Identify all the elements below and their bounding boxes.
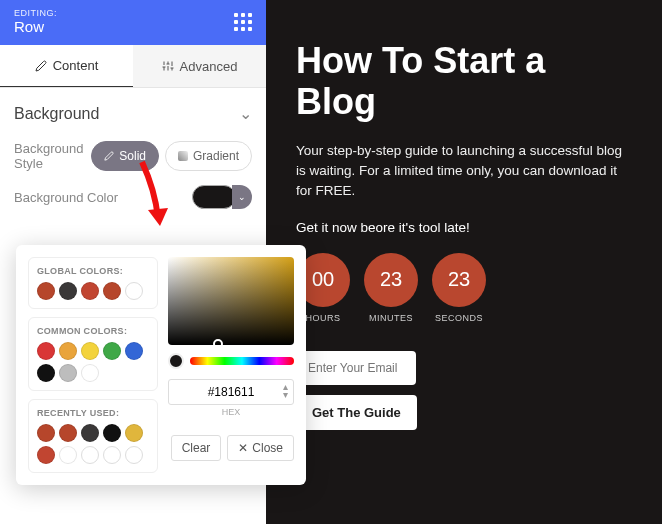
close-icon: ✕: [238, 441, 248, 455]
section-header[interactable]: Background ⌄: [14, 104, 252, 123]
tab-advanced[interactable]: Advanced: [133, 45, 266, 87]
page-preview: How To Start a Blog Your step-by-step gu…: [266, 0, 662, 524]
stepper-icon[interactable]: ▴▾: [283, 383, 288, 399]
color-swatch[interactable]: [125, 342, 143, 360]
section-title: Background: [14, 105, 99, 123]
saturation-brightness-picker[interactable]: [168, 257, 294, 345]
tab-content[interactable]: Content: [0, 45, 133, 87]
hero-title: How To Start a Blog: [296, 40, 632, 123]
color-swatch-empty[interactable]: [81, 446, 99, 464]
countdown-label: MINUTES: [364, 313, 418, 323]
current-color-swatch: [192, 185, 236, 209]
picker-handle[interactable]: [213, 339, 223, 349]
annotation-arrow: [130, 160, 170, 240]
color-preview-dot: [168, 353, 184, 369]
color-swatch-empty[interactable]: [125, 282, 143, 300]
close-button[interactable]: ✕Close: [227, 435, 294, 461]
hue-slider[interactable]: [190, 357, 294, 365]
color-swatch[interactable]: [59, 282, 77, 300]
color-swatch[interactable]: [37, 282, 55, 300]
color-swatch-empty[interactable]: [103, 446, 121, 464]
global-colors-label: GLOBAL COLORS:: [37, 266, 149, 276]
tab-content-label: Content: [53, 58, 99, 73]
recent-colors-label: RECENTLY USED:: [37, 408, 149, 418]
editing-label: EDITING:: [14, 8, 57, 18]
common-colors-group: COMMON COLORS:: [28, 317, 158, 391]
color-swatch[interactable]: [81, 282, 99, 300]
color-swatch[interactable]: [59, 424, 77, 442]
cta-line: Get it now beore it's tool late!: [296, 220, 632, 235]
bg-color-label: Background Color: [14, 190, 118, 205]
countdown-item: 23SECONDS: [432, 253, 486, 323]
countdown: 00HOURS23MINUTES23SECONDS: [296, 253, 632, 323]
hex-input[interactable]: [168, 379, 294, 405]
color-swatch[interactable]: [37, 424, 55, 442]
recent-colors-group: RECENTLY USED:: [28, 399, 158, 473]
color-picker-popover: GLOBAL COLORS: COMMON COLORS: RECENTLY U…: [16, 245, 306, 485]
pencil-icon: [104, 151, 114, 161]
hero-subtitle: Your step-by-step guide to launching a s…: [296, 141, 632, 202]
color-swatch[interactable]: [37, 364, 55, 382]
tab-advanced-label: Advanced: [180, 59, 238, 74]
color-swatch[interactable]: [125, 424, 143, 442]
color-swatch-empty[interactable]: [125, 446, 143, 464]
editing-element-name: Row: [14, 18, 57, 35]
bg-style-label: Background Style: [14, 141, 91, 171]
color-swatch[interactable]: [59, 364, 77, 382]
gradient-icon: [178, 151, 188, 161]
color-swatch[interactable]: [81, 342, 99, 360]
global-colors-group: GLOBAL COLORS:: [28, 257, 158, 309]
grid-menu-icon[interactable]: [234, 13, 252, 31]
pencil-icon: [35, 60, 47, 72]
color-swatch[interactable]: [81, 424, 99, 442]
clear-button[interactable]: Clear: [171, 435, 222, 461]
sliders-icon: [162, 60, 174, 72]
chevron-down-icon[interactable]: ⌄: [232, 185, 252, 209]
hex-label: HEX: [168, 407, 294, 417]
email-field[interactable]: [296, 351, 416, 385]
color-swatch-trigger[interactable]: ⌄: [192, 185, 252, 209]
color-swatch[interactable]: [59, 446, 77, 464]
gradient-button[interactable]: Gradient: [165, 141, 252, 171]
color-swatch[interactable]: [103, 342, 121, 360]
chevron-down-icon: ⌄: [239, 104, 252, 123]
countdown-value: 23: [432, 253, 486, 307]
countdown-item: 23MINUTES: [364, 253, 418, 323]
common-colors-label: COMMON COLORS:: [37, 326, 149, 336]
color-swatch[interactable]: [37, 446, 55, 464]
color-swatch[interactable]: [81, 364, 99, 382]
color-swatch[interactable]: [37, 342, 55, 360]
color-swatch[interactable]: [103, 424, 121, 442]
color-swatch[interactable]: [103, 282, 121, 300]
color-swatch[interactable]: [59, 342, 77, 360]
get-guide-button[interactable]: Get The Guide: [296, 395, 417, 430]
countdown-label: SECONDS: [432, 313, 486, 323]
editor-tabs: Content Advanced: [0, 45, 266, 88]
countdown-value: 23: [364, 253, 418, 307]
editor-header: EDITING: Row: [0, 0, 266, 45]
